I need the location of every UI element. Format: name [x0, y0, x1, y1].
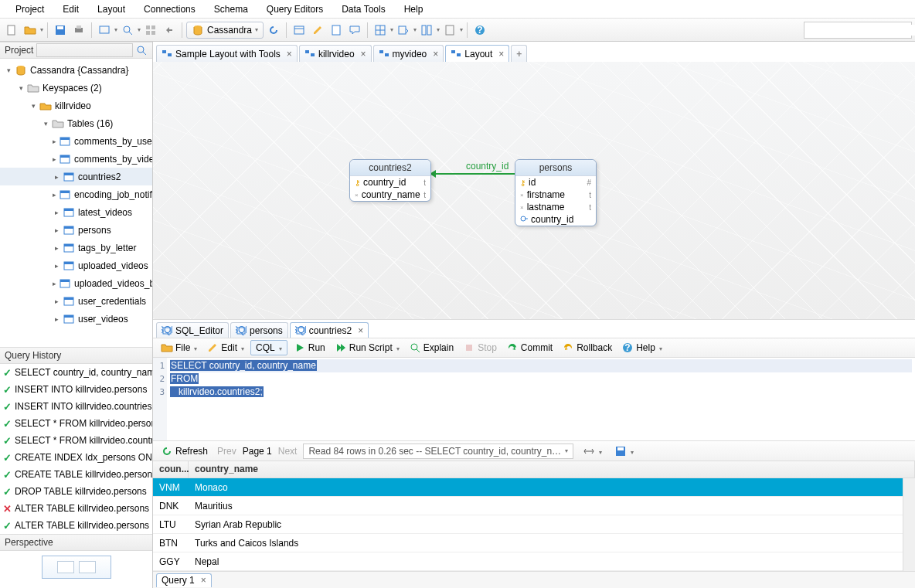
compare-icon[interactable] — [418, 22, 435, 39]
layout-tab[interactable]: Layout× — [445, 45, 509, 62]
menu-schema[interactable]: Schema — [205, 4, 257, 15]
close-icon[interactable]: × — [498, 49, 504, 59]
generate-icon[interactable] — [441, 22, 458, 39]
script-icon[interactable] — [328, 22, 345, 39]
open-icon[interactable] — [22, 22, 39, 39]
tree-table-item[interactable]: latest_videos — [0, 203, 152, 221]
comment-icon[interactable] — [346, 22, 363, 39]
entity-column[interactable]: ×firstnamet — [515, 189, 596, 201]
er-diagram-canvas[interactable]: country_id countries2 ⚷country_idt×count… — [153, 62, 915, 319]
project-search[interactable] — [36, 43, 133, 57]
history-item[interactable]: ✓ALTER TABLE killrvideo.persons — [0, 517, 152, 534]
save-icon[interactable] — [52, 22, 69, 39]
tree-tables-folder[interactable]: Tables (16) — [0, 114, 152, 132]
menu-layout[interactable]: Layout — [88, 4, 134, 15]
table-icon[interactable] — [291, 22, 308, 39]
menu-data-tools[interactable]: Data Tools — [332, 4, 394, 15]
tree-table-item[interactable]: user_videos — [0, 310, 152, 328]
entity-column[interactable]: ×country_namet — [350, 189, 430, 201]
close-icon[interactable]: × — [433, 49, 438, 59]
tree-table-item[interactable]: comments_by_user — [0, 132, 152, 150]
new-icon[interactable] — [3, 22, 20, 39]
tree-keyspaces[interactable]: Keyspaces (2) — [0, 79, 152, 97]
menu-edit[interactable]: Edit — [53, 4, 88, 15]
close-icon[interactable]: × — [358, 325, 363, 336]
close-icon[interactable]: × — [287, 49, 292, 59]
run-button[interactable]: Run — [291, 340, 328, 355]
add-tab-button[interactable]: + — [511, 45, 527, 62]
entity-persons[interactable]: persons ⚷id#×firstnamet×lastnametcountry… — [515, 159, 597, 226]
editor-tab[interactable]: SQLcountries2× — [290, 322, 369, 338]
table-row[interactable]: VNMMonaco — [153, 478, 915, 497]
perspective-thumb[interactable] — [42, 556, 111, 579]
entity-column[interactable]: country_id — [515, 213, 596, 226]
refresh-results-button[interactable]: Refresh — [158, 444, 211, 459]
editor-tab[interactable]: SQLSQL_Editor — [156, 322, 229, 338]
cql-button[interactable]: CQL — [250, 340, 287, 355]
col-country-name[interactable]: country_name — [189, 461, 915, 478]
table-row[interactable]: LTUSyrian Arab Republic — [153, 515, 915, 534]
save-results-icon[interactable] — [611, 444, 637, 459]
close-icon[interactable]: × — [361, 49, 366, 59]
table-row[interactable]: BTNTurks and Caicos Islands — [153, 534, 915, 552]
menu-help[interactable]: Help — [395, 4, 433, 15]
history-item[interactable]: ✕ALTER TABLE killrvideo.persons — [0, 500, 152, 517]
history-item[interactable]: ✓INSERT INTO killrvideo.countries2 — [0, 398, 152, 415]
entity-column[interactable]: ⚷country_idt — [350, 176, 430, 189]
zoom-in-icon[interactable] — [119, 22, 136, 39]
search-icon[interactable] — [135, 44, 148, 56]
print-icon[interactable] — [70, 22, 87, 39]
help-icon[interactable]: ? — [471, 22, 488, 39]
close-icon[interactable]: × — [201, 575, 206, 586]
editor-tab[interactable]: SQLpersons — [230, 322, 288, 338]
help-button[interactable]: ?Help — [618, 340, 665, 355]
history-item[interactable]: ✓CREATE TABLE killrvideo.persons — [0, 466, 152, 483]
layout-tab[interactable]: myvideo× — [373, 45, 444, 62]
export-icon[interactable] — [395, 22, 412, 39]
edit-icon[interactable] — [309, 22, 326, 39]
global-search-input[interactable] — [804, 25, 915, 36]
menu-project[interactable]: Project — [6, 4, 53, 15]
vertical-scrollbar[interactable] — [903, 478, 915, 571]
refresh-icon[interactable] — [265, 22, 282, 39]
table-row[interactable]: DNKMauritius — [153, 497, 915, 515]
tree-table-item[interactable]: tags_by_letter — [0, 239, 152, 257]
tree-table-item[interactable]: encoding_job_notifications — [0, 185, 152, 203]
table-row[interactable]: GGYNepal — [153, 552, 915, 571]
history-item[interactable]: ✓INSERT INTO killrvideo.persons — [0, 381, 152, 398]
history-item[interactable]: ✓CREATE INDEX Idx_persons ON — [0, 449, 152, 466]
tree-table-item[interactable]: comments_by_video — [0, 150, 152, 168]
history-item[interactable]: ✓SELECT * FROM killrvideo.persons — [0, 415, 152, 432]
global-search[interactable] — [804, 22, 912, 39]
layout-tab[interactable]: killrvideo× — [299, 45, 372, 62]
history-item[interactable]: ✓SELECT * FROM killrvideo.countries2 — [0, 432, 152, 449]
tree-table-item[interactable]: user_credentials — [0, 292, 152, 310]
sql-editor[interactable]: 123 SELECT country_id, country_name FROM… — [153, 358, 915, 441]
history-item[interactable]: ✓SELECT country_id, country_name FROM — [0, 364, 152, 381]
layout-thumb-icon[interactable] — [142, 22, 159, 39]
grid1-icon[interactable] — [372, 22, 389, 39]
explain-button[interactable]: Explain — [406, 340, 457, 355]
run-script-button[interactable]: Run Script — [332, 340, 403, 355]
col-country-id[interactable]: coun... — [153, 461, 189, 478]
zoom-fit-icon[interactable] — [96, 22, 113, 39]
result-tab[interactable]: Query 1× — [156, 573, 212, 587]
edit-button[interactable]: Edit — [203, 340, 247, 355]
tree-table-item[interactable]: countries2 — [0, 168, 152, 185]
tree-table-item[interactable]: uploaded_videos_by_jobid — [0, 274, 152, 292]
menu-connections[interactable]: Connections — [134, 4, 205, 15]
layout-tab[interactable]: Sample Layout with Tools× — [156, 45, 298, 62]
connection-dropdown[interactable]: Cassandra ▾ — [186, 22, 264, 39]
fit-columns-icon[interactable] — [580, 444, 605, 459]
file-button[interactable]: File — [158, 340, 200, 355]
entity-column[interactable]: ×lastnamet — [515, 201, 596, 213]
tree-connection[interactable]: Cassandra {Cassandra} — [0, 61, 152, 79]
menu-query-editors[interactable]: Query Editors — [257, 4, 332, 15]
tree-table-item[interactable]: uploaded_videos — [0, 257, 152, 274]
entity-countries2[interactable]: countries2 ⚷country_idt×country_namet — [349, 159, 431, 202]
entity-column[interactable]: ⚷id# — [515, 176, 596, 189]
tree-table-item[interactable]: persons — [0, 221, 152, 239]
editor-code[interactable]: SELECT country_id, country_name FROM kil… — [167, 358, 915, 440]
results-grid[interactable]: VNMMonacoDNKMauritiusLTUSyrian Arab Repu… — [153, 478, 915, 571]
history-nav-icon[interactable] — [161, 22, 178, 39]
